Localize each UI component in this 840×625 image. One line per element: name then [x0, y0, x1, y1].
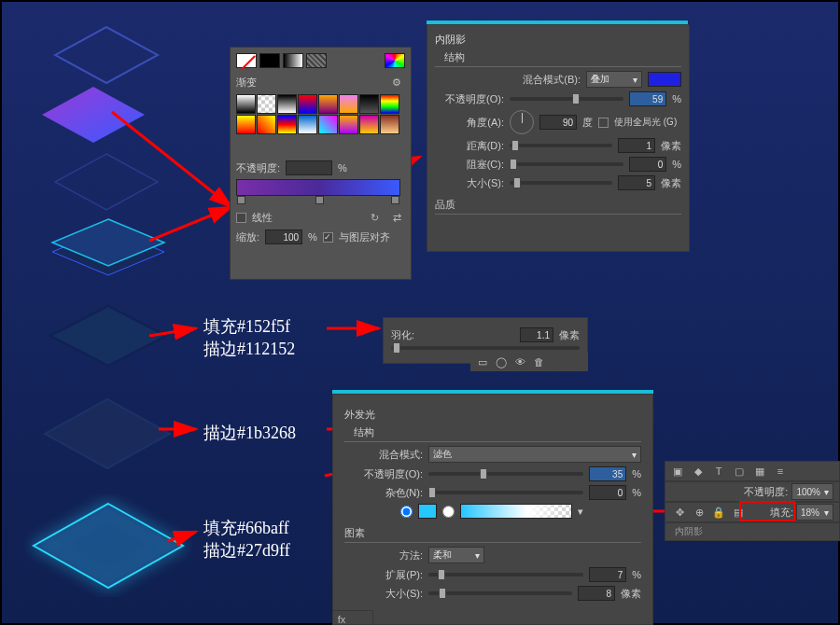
global-label: 使用全局光 (G) [614, 116, 677, 129]
diamond-glow [24, 494, 192, 597]
color-radio[interactable] [400, 506, 413, 518]
scale-label: 缩放: [236, 230, 259, 244]
diamond-stroke-2 [37, 392, 177, 476]
size-slider[interactable] [510, 181, 612, 185]
noise-input[interactable] [589, 485, 626, 500]
diamond-outline-1 [50, 22, 162, 88]
is-opacity-label: 不透明度(O): [435, 92, 504, 106]
blend-dropdown[interactable]: 叠加▾ [586, 71, 642, 88]
fill-type-row [236, 53, 405, 68]
gradient-title: 渐变 [236, 76, 257, 90]
glow-gradient-bar[interactable] [460, 504, 572, 519]
og-opacity-input[interactable] [589, 466, 626, 481]
gradient-radio[interactable] [442, 506, 455, 518]
og-blend-dropdown[interactable]: 滤色▾ [428, 446, 641, 463]
og-opacity-slider[interactable] [428, 472, 583, 476]
angle-input[interactable] [539, 115, 577, 130]
glow-color-swatch[interactable] [418, 504, 437, 519]
diamond-outline-2 [50, 149, 162, 215]
feather-input[interactable] [520, 327, 553, 342]
size-input[interactable] [618, 175, 655, 190]
method-label: 方法: [344, 549, 423, 562]
path-icon[interactable]: ◆ [690, 463, 707, 479]
spread-input[interactable] [629, 157, 666, 172]
extend-label: 扩展(P): [344, 568, 423, 582]
color-picker-swatch[interactable] [385, 53, 405, 68]
annotation-fill-1: 填充#152f5f [203, 315, 290, 338]
gear-icon[interactable]: ⚙ [388, 74, 405, 90]
scale-input[interactable] [265, 229, 302, 244]
opacity-input[interactable] [286, 160, 332, 175]
noise-label: 杂色(N): [344, 486, 423, 500]
lock-move-icon[interactable]: ✥ [671, 504, 688, 521]
layer-opacity-dropdown[interactable]: 100%▾ [791, 483, 833, 500]
annotation-stroke-1: 描边#112152 [203, 338, 295, 360]
image-icon[interactable]: ▦ [751, 463, 768, 479]
svg-marker-2 [55, 154, 158, 210]
svg-marker-1 [42, 87, 145, 143]
size-label: 大小(S): [435, 176, 504, 190]
elements-label: 图素 [344, 526, 641, 540]
text-icon[interactable]: T [710, 463, 727, 479]
align-label: 与图层对齐 [339, 230, 390, 244]
layers-opacity-row: 不透明度: 100%▾ [665, 481, 840, 502]
pattern-swatch[interactable] [306, 53, 327, 68]
fx-icon[interactable]: fx [333, 611, 350, 625]
is-opacity-input[interactable] [629, 91, 666, 106]
noise-slider[interactable] [428, 491, 583, 494]
layer-fill-dropdown[interactable]: 18%▾ [796, 504, 833, 521]
panel-footer-strip: fx [332, 610, 373, 625]
solid-swatch[interactable] [259, 53, 280, 68]
og-size-input[interactable] [578, 586, 615, 601]
trash-icon[interactable]: 🗑 [530, 354, 547, 370]
outer-glow-panel: 外发光 结构 混合模式: 滤色▾ 不透明度(O): % 杂色(N): % ▾ 图… [332, 394, 653, 625]
og-size-slider[interactable] [428, 591, 572, 595]
svg-marker-7 [34, 504, 183, 588]
inner-shadow-panel: 内阴影 结构 混合模式(B): 叠加▾ 不透明度(O): % 角度(A): 度 … [427, 24, 690, 252]
angle-dial[interactable] [510, 110, 534, 134]
no-fill-swatch[interactable] [236, 53, 257, 68]
extend-slider[interactable] [428, 573, 583, 576]
distance-slider[interactable] [510, 144, 612, 147]
blend-label: 混合模式(B): [523, 73, 581, 87]
gradient-bar[interactable] [236, 179, 400, 196]
align-checkbox[interactable] [323, 232, 333, 243]
feather-label: 羽化: [391, 328, 414, 342]
layer-effect-row: 内阴影 [665, 522, 840, 541]
is-opacity-slider[interactable] [510, 97, 623, 101]
og-opacity-label: 不透明度(O): [344, 467, 423, 481]
link-icon[interactable]: ⇄ [388, 209, 405, 226]
global-light-checkbox[interactable] [598, 118, 609, 128]
lock-pixel-icon[interactable]: ⊕ [691, 504, 707, 521]
linear-checkbox[interactable] [236, 213, 246, 223]
spread-label: 阻塞(C): [435, 158, 504, 172]
blend-color-swatch[interactable] [648, 72, 681, 87]
circle-mask-icon[interactable]: ◯ [493, 354, 510, 370]
diamond-stack [43, 210, 174, 285]
method-dropdown[interactable]: 柔和▾ [428, 547, 484, 563]
extend-input[interactable] [589, 567, 626, 582]
og-blend-label: 混合模式: [344, 448, 423, 462]
gradient-swatch[interactable] [283, 53, 303, 68]
eye-icon[interactable]: 👁 [511, 354, 528, 370]
highlight-fill-box [739, 501, 795, 521]
distance-input[interactable] [618, 138, 655, 153]
feather-slider[interactable] [391, 346, 580, 350]
lock-icon[interactable]: 🔒 [710, 504, 727, 521]
distance-label: 距离(D): [435, 139, 504, 153]
annotation-stroke-2: 描边#1b3268 [203, 422, 296, 444]
mask-icon[interactable]: ▭ [474, 354, 491, 370]
gradient-presets[interactable] [236, 94, 405, 155]
mask-icon-row: ▭ ◯ 👁 🗑 [470, 353, 588, 371]
svg-marker-6 [45, 399, 170, 468]
layers-toolbar: ▣ ◆ T ▢ ▦ ≡ [665, 461, 840, 481]
shape-icon[interactable]: ▢ [731, 463, 748, 479]
menu-icon[interactable]: ≡ [772, 463, 789, 479]
layer-opacity-label: 不透明度: [744, 485, 788, 499]
og-struct: 结构 [354, 425, 641, 439]
gradient-panel: 渐变 ⚙ 不透明度: % 线性 ↻ ⇄ 缩放: [230, 47, 412, 280]
add-mask-icon[interactable]: ▣ [669, 463, 686, 479]
rotate-icon[interactable]: ↻ [366, 209, 383, 226]
svg-marker-0 [55, 27, 158, 83]
spread-slider[interactable] [510, 162, 623, 166]
